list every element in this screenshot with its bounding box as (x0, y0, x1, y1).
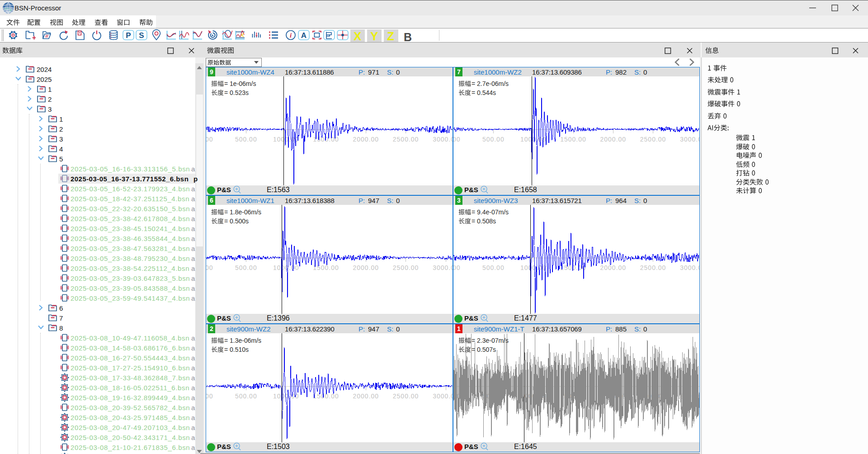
svg-text:2500.00: 2500.00 (640, 264, 666, 271)
svg-text:500.00: 500.00 (235, 393, 257, 400)
svg-text:P: P (126, 31, 131, 40)
svg-text:2500.00: 2500.00 (393, 393, 419, 400)
svg-text:500.00: 500.00 (235, 136, 257, 143)
svg-text:3000.00: 3000.00 (680, 264, 699, 271)
svg-text:1500.00: 1500.00 (313, 264, 339, 271)
svg-text:1500.00: 1500.00 (313, 393, 339, 400)
svg-text:0.00: 0.00 (453, 264, 461, 271)
svg-text:2000.00: 2000.00 (353, 264, 379, 271)
svg-text:2000.00: 2000.00 (353, 393, 379, 400)
svg-text:2500.00: 2500.00 (393, 264, 419, 271)
svg-text:2500.00: 2500.00 (393, 136, 419, 143)
svg-text:3000.00: 3000.00 (680, 136, 699, 143)
svg-text:500.00: 500.00 (482, 136, 505, 143)
svg-text:3000.00: 3000.00 (433, 264, 453, 271)
svg-text:A: A (301, 31, 307, 40)
svg-text:2000.00: 2000.00 (353, 136, 379, 143)
svg-text:2500.00: 2500.00 (640, 136, 666, 143)
svg-text:0.00: 0.00 (453, 136, 461, 143)
svg-text:3000.00: 3000.00 (433, 136, 453, 143)
svg-text:S: S (139, 31, 144, 40)
svg-text:500.00: 500.00 (482, 264, 505, 271)
svg-text:0.00: 0.00 (206, 136, 213, 143)
svg-text:0.00: 0.00 (206, 393, 213, 400)
svg-text:0.00: 0.00 (206, 264, 213, 271)
svg-text:2000.00: 2000.00 (600, 136, 626, 143)
svg-text:2000.00: 2000.00 (600, 264, 626, 271)
svg-text:1500.00: 1500.00 (560, 136, 586, 143)
svg-text:i: i (290, 32, 292, 39)
svg-text:500.00: 500.00 (235, 264, 257, 271)
svg-text:1500.00: 1500.00 (560, 264, 586, 271)
svg-text:1000.00: 1000.00 (273, 264, 299, 271)
svg-text:3000.00: 3000.00 (433, 393, 453, 400)
